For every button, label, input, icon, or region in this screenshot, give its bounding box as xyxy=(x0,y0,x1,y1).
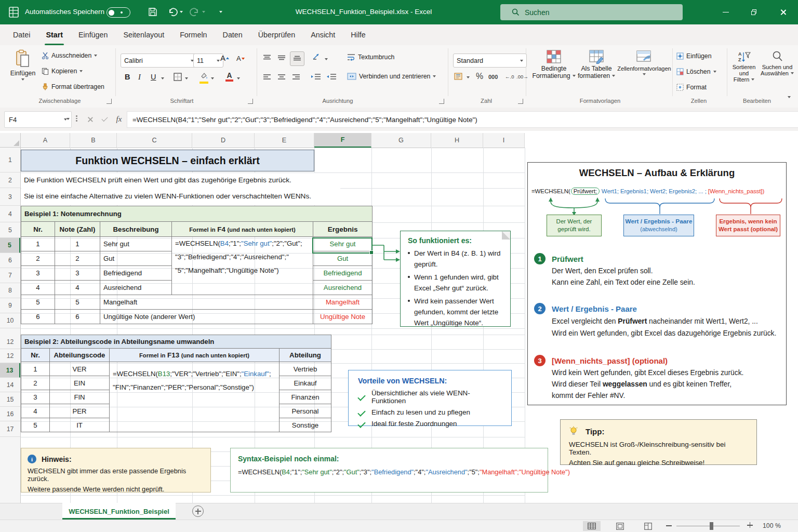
collapse-ribbon-icon[interactable] xyxy=(788,96,791,98)
col-header-a[interactable]: A xyxy=(21,133,70,148)
cell-formula-merged[interactable]: =WECHSELN(B13;"VER";"Vertrieb";"EIN";"Ei… xyxy=(110,362,280,432)
quick-access-dropdown-icon[interactable] xyxy=(219,11,222,13)
cell[interactable]: 4 xyxy=(21,404,50,418)
name-box[interactable]: F4 xyxy=(4,111,72,128)
search-input[interactable]: Suchen xyxy=(500,4,683,20)
cell[interactable]: Ausreichend xyxy=(313,281,373,295)
redo-button[interactable] xyxy=(190,7,205,17)
sort-filter-button[interactable]: AZ Sortieren und Filtern xyxy=(727,50,761,83)
cell-header[interactable]: Ergebnis xyxy=(313,222,373,237)
cell[interactable]: Einkauf xyxy=(280,376,331,390)
cell[interactable]: 1 xyxy=(55,237,100,251)
col-header-c[interactable]: C xyxy=(117,133,192,148)
delete-cells-button[interactable]: Löschen xyxy=(676,68,716,75)
conditional-formatting-button[interactable]: Bedingte Formatierung xyxy=(534,49,574,79)
cancel-entry-button[interactable] xyxy=(83,111,97,127)
cell[interactable]: Ungültige Note xyxy=(313,310,373,324)
cell[interactable]: EIN xyxy=(50,376,110,390)
cell[interactable]: Finanzen xyxy=(280,390,331,404)
format-painter-button[interactable]: Format übertragen xyxy=(42,83,104,90)
cell[interactable]: 5 xyxy=(21,418,50,432)
decrease-decimal-button[interactable]: .00→ xyxy=(516,74,528,79)
comma-style-button[interactable]: 000 xyxy=(488,74,498,80)
row-header[interactable]: 6 xyxy=(0,253,20,268)
formula-input[interactable]: =WECHSELN(B4;"1";"Sehr gut";"2";"Gut";"3… xyxy=(127,111,798,128)
add-sheet-button[interactable] xyxy=(192,506,204,517)
cell[interactable]: 3 xyxy=(55,266,100,281)
insert-function-button[interactable]: fx xyxy=(112,111,126,127)
align-bottom-button-selected[interactable] xyxy=(290,51,304,66)
save-icon[interactable] xyxy=(148,7,158,19)
col-header-g[interactable]: G xyxy=(371,133,431,148)
cell[interactable]: Sehr gut xyxy=(100,237,172,251)
cell[interactable]: 5 xyxy=(55,295,100,310)
cut-dropdown-icon[interactable] xyxy=(94,55,97,57)
cell[interactable]: Gut xyxy=(100,251,172,266)
font-size-select[interactable]: 11 xyxy=(193,54,223,68)
insert-cells-button[interactable]: Einfügen xyxy=(676,52,712,60)
align-left-button[interactable] xyxy=(263,73,271,82)
cell[interactable]: 3 xyxy=(21,266,55,281)
accounting-dropdown-icon[interactable] xyxy=(467,76,470,78)
example2-band[interactable]: Beispiel 2: Abteilungscode in Abteilungs… xyxy=(21,335,331,349)
align-middle-button[interactable] xyxy=(277,54,286,63)
cell[interactable]: 2 xyxy=(21,376,50,390)
tab-einfuegen[interactable]: Einfügen xyxy=(71,24,115,45)
tab-daten[interactable]: Daten xyxy=(215,24,250,45)
accounting-format-button[interactable] xyxy=(454,72,463,83)
font-color-dropdown-icon[interactable] xyxy=(237,77,240,79)
row-header[interactable]: 14 xyxy=(0,378,20,392)
sheet-tab-active[interactable]: WECHSELN_Funktion_Beispiel xyxy=(62,503,176,520)
format-cells-button[interactable]: Format xyxy=(676,84,707,91)
example1-band[interactable]: Beispiel 1: Notenumrechnung xyxy=(21,206,373,222)
cell[interactable]: Ungültige Note (anderer Wert) xyxy=(100,310,313,324)
merge-center-button[interactable]: Verbinden und zentrieren xyxy=(347,73,436,80)
cell-formula-merged[interactable]: =WECHSELN(B4;"1";"Sehr gut";"2";"Gut"; "… xyxy=(172,237,313,295)
row-header[interactable]: 15 xyxy=(0,392,20,407)
cell[interactable]: VER xyxy=(50,362,110,376)
row-header[interactable]: 1 xyxy=(0,148,20,172)
row-header[interactable]: 3 xyxy=(0,188,20,206)
tab-seitenlayout[interactable]: Seitenlayout xyxy=(115,24,172,45)
cell[interactable]: Mangelhaft xyxy=(100,295,313,310)
increase-decimal-button[interactable]: ←.0 xyxy=(505,74,514,79)
row-header[interactable]: 2 xyxy=(0,172,20,188)
delete-dropdown-icon[interactable] xyxy=(713,71,716,73)
tab-formeln[interactable]: Formeln xyxy=(172,24,215,45)
orientation-dropdown-icon[interactable] xyxy=(325,58,328,60)
paste-dropdown-icon[interactable] xyxy=(21,78,24,81)
row-header[interactable]: 17 xyxy=(0,421,20,437)
col-header-d[interactable]: D xyxy=(192,133,255,148)
cell-header[interactable]: Abteilungscode xyxy=(50,349,110,362)
align-center-button[interactable] xyxy=(277,73,286,82)
font-dialog-launcher-icon[interactable] xyxy=(248,99,253,104)
row-header-selected[interactable]: 13 xyxy=(0,363,20,378)
grow-font-button[interactable]: A xyxy=(220,54,229,62)
zoom-in-button[interactable] xyxy=(747,522,753,528)
col-header-e[interactable]: E xyxy=(255,133,314,148)
close-button[interactable] xyxy=(771,0,795,24)
cell[interactable]: 3 xyxy=(21,390,50,404)
cell[interactable]: Befriedigend xyxy=(313,266,373,281)
cell-header[interactable]: Abteilung xyxy=(280,349,331,362)
font-color-button[interactable]: A xyxy=(225,71,233,82)
name-box-extra-dropdown-icon[interactable] xyxy=(66,118,70,120)
cell[interactable]: 6 xyxy=(55,310,100,324)
restore-button[interactable] xyxy=(742,0,766,24)
copy-dropdown-icon[interactable] xyxy=(79,70,83,72)
normal-view-button[interactable] xyxy=(583,521,601,531)
cell-header[interactable]: Formel in F4 (und nach unten kopiert) xyxy=(172,222,313,237)
row-header[interactable]: 16 xyxy=(0,407,20,421)
cell[interactable]: PER xyxy=(50,404,110,418)
intro-line-1[interactable]: Die Funktion WECHSELN prüft einen Wert u… xyxy=(24,176,291,184)
row-header[interactable]: 7 xyxy=(0,268,20,283)
cell[interactable]: Mangelhaft xyxy=(313,295,373,310)
underline-button[interactable]: U xyxy=(151,73,156,81)
zoom-slider-thumb[interactable] xyxy=(710,522,713,530)
tab-ueberpruefen[interactable]: Überprüfen xyxy=(250,24,303,45)
cell[interactable]: IT xyxy=(50,418,110,432)
col-header-i[interactable]: I xyxy=(483,133,525,148)
undo-button[interactable] xyxy=(167,7,183,17)
align-right-button[interactable] xyxy=(292,73,300,82)
row-header[interactable]: 8 xyxy=(0,283,20,298)
